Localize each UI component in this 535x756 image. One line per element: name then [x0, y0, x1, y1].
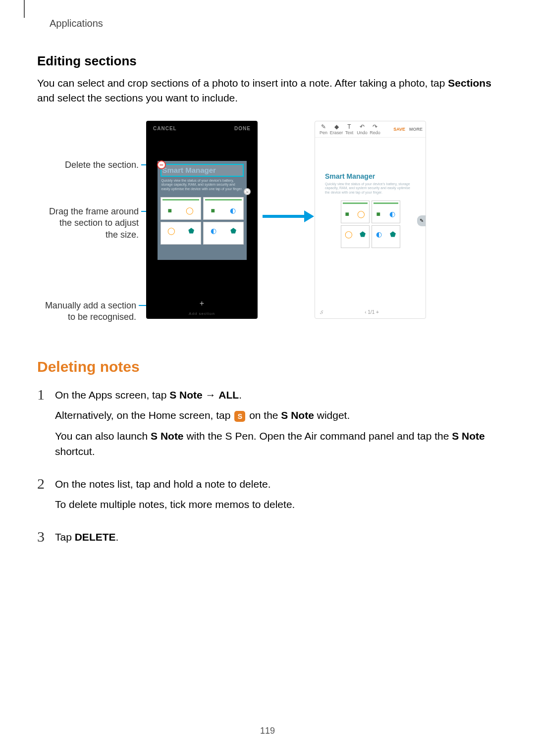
text-icon: T — [347, 123, 351, 130]
step-2-body: On the notes list, tap and hold a note t… — [55, 476, 295, 517]
tiles-row2: ◯⬟ ◐⬟ — [160, 222, 244, 245]
para-bold-sections: Sections — [448, 77, 491, 89]
tool-redo-label: Redo — [370, 130, 380, 135]
s1-launch-bold2: S Note — [452, 430, 485, 442]
tile: ■◯ — [160, 197, 201, 220]
deleting-notes-heading: Deleting notes — [37, 358, 498, 375]
tool-pen[interactable]: ✎Pen — [318, 123, 329, 135]
tool-redo[interactable]: ↷Redo — [370, 123, 380, 135]
tile: ◯⬟ — [341, 225, 370, 248]
tiles-row1: ■◯ ■◐ — [160, 197, 244, 220]
page-border-left — [24, 0, 25, 18]
left-phone-topbar: CANCEL DONE — [146, 121, 258, 136]
note-tiles-row2: ◯⬟ ◐⬟ — [341, 225, 400, 248]
step-2: 2 On the notes list, tap and hold a note… — [37, 476, 498, 517]
step-number: 1 — [37, 387, 46, 402]
note-tiles-row1: ■◯ ■◐ — [341, 201, 400, 223]
note-subtext: Quickly view the status of your device's… — [325, 182, 416, 195]
crop-title: Smart Manager — [162, 166, 216, 174]
step-1: 1 On the Apps screen, tap S Note → ALL. … — [37, 387, 498, 464]
s2-line1: On the notes list, tap and hold a note t… — [55, 476, 295, 492]
tile: ◯⬟ — [160, 222, 201, 245]
page-indicator: 1/1 — [368, 309, 374, 315]
para-text-post: and select the sections you want to incl… — [37, 92, 238, 103]
eraser-icon: ◆ — [334, 123, 339, 130]
tool-undo-label: Undo — [357, 130, 368, 135]
s1-post: . — [239, 389, 242, 401]
s1-launch-mid: with the S Pen. Open the Air command pan… — [184, 430, 452, 442]
step-1-body: On the Apps screen, tap S Note → ALL. Al… — [55, 387, 498, 464]
add-section-button[interactable]: + — [200, 299, 204, 308]
left-phone-mockup: CANCEL DONE − Smart Manager Quickly view… — [146, 121, 258, 319]
scribble-icon[interactable]: 𝓢 — [320, 309, 323, 315]
callout-add-section: Manually add a section to be recognised. — [37, 300, 136, 323]
redo-icon: ↷ — [373, 123, 377, 130]
s1-launch-post: shortcut. — [55, 446, 95, 457]
tile: ■◯ — [341, 201, 370, 223]
edit-handle-icon[interactable]: ✎ — [417, 215, 426, 226]
tool-eraser[interactable]: ◆Eraser — [331, 123, 342, 135]
callout-drag-l3: the size. — [106, 230, 139, 240]
bottom-bar: 𝓢 ‹ 1/1 + — [315, 309, 426, 315]
tool-undo[interactable]: ↶Undo — [357, 123, 368, 135]
crop-subtext: Quickly view the status of your device's… — [160, 177, 244, 195]
note-title: Smart Manager — [325, 172, 416, 180]
callout-drag-frame: Drag the frame around the section to adj… — [37, 206, 139, 241]
callout-delete-section: Delete the section. — [37, 159, 139, 171]
s3-pre: Tap — [55, 531, 75, 543]
s1-alt-mid: on the — [246, 409, 281, 421]
add-section-label: Add section — [189, 311, 215, 316]
crop-area: − Smart Manager Quickly view the status … — [158, 161, 247, 260]
tool-text[interactable]: TText — [344, 123, 355, 135]
step-number: 2 — [37, 476, 46, 491]
more-button[interactable]: MORE — [409, 127, 423, 132]
step-3: 3 Tap DELETE. — [37, 529, 498, 550]
add-page-button[interactable]: + — [376, 309, 379, 315]
note-body: Smart Manager Quickly view the status of… — [315, 138, 426, 248]
page-number: 119 — [260, 726, 275, 736]
cancel-button[interactable]: CANCEL — [153, 126, 177, 131]
tile: ■◐ — [372, 201, 400, 223]
callout-add-l1: Manually add a section — [45, 301, 136, 310]
s3-bold: DELETE — [75, 531, 116, 543]
tile: ■◐ — [203, 197, 244, 220]
crop-selection[interactable]: − Smart Manager — [160, 164, 244, 177]
step-number: 3 — [37, 529, 46, 544]
header-section: Applications — [50, 18, 103, 29]
callout-drag-l2: the section to adjust — [59, 218, 139, 228]
tile: ◐⬟ — [372, 225, 400, 248]
undo-icon: ↶ — [360, 123, 365, 130]
arrow-icon — [263, 215, 307, 218]
para-text-pre: You can select and crop sections of a ph… — [37, 77, 448, 89]
s3-post: . — [116, 531, 119, 543]
editing-sections-paragraph: You can select and crop sections of a ph… — [37, 76, 498, 106]
tool-text-label: Text — [345, 130, 354, 135]
tile: ◐⬟ — [203, 222, 244, 245]
s1-launch-bold1: S Note — [151, 430, 184, 442]
callout-add-l2: to be recognised. — [68, 312, 136, 322]
s1-bold2: ALL — [218, 389, 239, 401]
page-content: Editing sections You can select and crop… — [37, 53, 498, 561]
s1-arrow: → — [203, 389, 219, 401]
snote-toolbar: ✎Pen ◆Eraser TText ↶Undo ↷Redo SAVE MORE — [315, 121, 426, 138]
snote-icon: S — [234, 411, 245, 422]
editing-sections-heading: Editing sections — [37, 53, 498, 69]
step-3-body: Tap DELETE. — [55, 529, 118, 550]
back-page-button[interactable]: ‹ — [365, 309, 366, 315]
resize-handle-icon[interactable]: ⇲ — [244, 188, 251, 195]
callout-drag-l1: Drag the frame around — [49, 206, 139, 216]
delete-handle-icon[interactable]: − — [157, 160, 166, 169]
right-phone-mockup: ✎Pen ◆Eraser TText ↶Undo ↷Redo SAVE MORE… — [315, 121, 426, 319]
s1-bold1: S Note — [169, 389, 203, 401]
pen-icon: ✎ — [321, 123, 326, 130]
s1-launch-pre: You can also launch — [55, 430, 151, 442]
figure-area: Delete the section. Drag the frame aroun… — [37, 121, 498, 339]
tool-pen-label: Pen — [320, 130, 327, 135]
done-button[interactable]: DONE — [234, 126, 251, 131]
s1-alt-bold: S Note — [281, 409, 314, 421]
s2-line2: To delete multiple notes, tick more memo… — [55, 497, 295, 512]
tool-eraser-label: Eraser — [330, 130, 343, 135]
s1-alt-pre: Alternatively, on the Home screen, tap — [55, 409, 233, 421]
s1-pre: On the Apps screen, tap — [55, 389, 169, 401]
save-button[interactable]: SAVE — [393, 127, 405, 132]
